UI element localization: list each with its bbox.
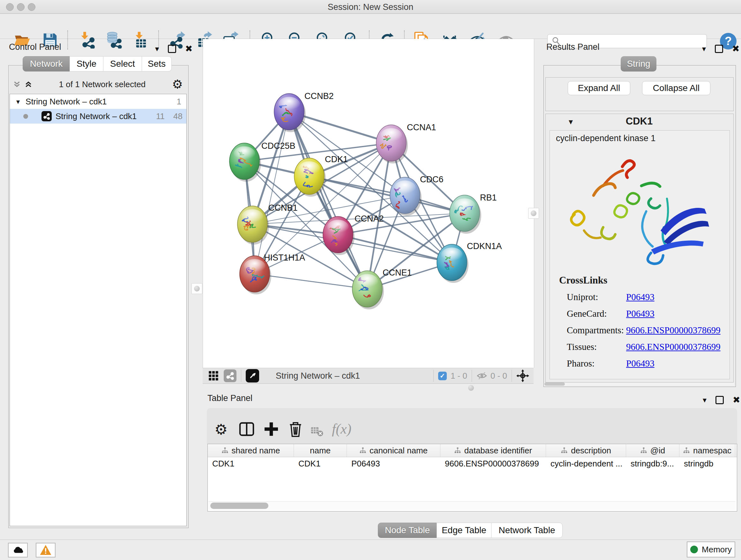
tab-network-table[interactable]: Network Table <box>491 523 562 538</box>
hierarchy-icon <box>221 447 228 454</box>
footer-network-name: String Network – cdk1 <box>276 371 360 381</box>
table-cell[interactable]: cyclin-dependent ... <box>546 457 626 470</box>
network-status-dot <box>23 114 28 119</box>
column-header-namespac[interactable]: namespac <box>679 444 735 457</box>
crosshair-icon[interactable] <box>516 369 529 382</box>
crosslink-row: Pharos:P06493 <box>567 355 726 372</box>
memory-status-dot <box>690 546 698 553</box>
hierarchy-icon <box>683 447 690 454</box>
warning-status-button[interactable] <box>36 543 56 557</box>
cloud-status-button[interactable] <box>8 543 28 557</box>
bottom-splitter-handle[interactable] <box>468 385 474 391</box>
tab-string[interactable]: String <box>621 56 657 71</box>
crosslink-link[interactable]: 9606.ENSP00000378699 <box>626 325 721 335</box>
selected-checkbox-icon[interactable]: ✓ <box>438 372 447 380</box>
table-cell[interactable]: CDK1 <box>208 457 294 470</box>
table-hscrollbar[interactable] <box>208 501 736 510</box>
table-row[interactable]: CDK1CDK1P064939606.ENSP00000378699cyclin… <box>208 457 737 470</box>
network-node-CCNA1[interactable] <box>376 125 408 164</box>
close-panel-icon[interactable]: ✖ <box>733 395 740 405</box>
network-badge-icon[interactable] <box>224 369 237 382</box>
network-type-icon <box>42 111 52 121</box>
import-table-icon[interactable] <box>132 31 150 49</box>
collapse-panel-icon[interactable]: ▾ <box>702 44 706 53</box>
crosslink-label: Tissues: <box>567 341 626 352</box>
network-node-CCNE1[interactable] <box>352 271 384 309</box>
column-header-name[interactable]: name <box>294 444 347 457</box>
crosslink-link[interactable]: P06493 <box>626 292 655 302</box>
grid-view-icon[interactable] <box>208 370 219 381</box>
column-header-database-identifier[interactable]: database identifier <box>441 444 546 457</box>
tab-select[interactable]: Select <box>103 56 142 71</box>
network-collection-row[interactable]: ▾ String Network – cdk1 1 <box>10 94 186 109</box>
tab-node-table[interactable]: Node Table <box>378 523 437 538</box>
cloud-icon <box>11 544 24 557</box>
expand-all-button[interactable]: Expand All <box>568 81 630 95</box>
collapse-all-networks-icon[interactable] <box>13 80 21 88</box>
show-columns-icon[interactable] <box>238 420 256 438</box>
node-label-CDC25B: CDC25B <box>261 141 295 151</box>
network-node-CDK1[interactable] <box>294 158 326 197</box>
node-count: 11 <box>156 111 165 121</box>
import-network-database-icon[interactable] <box>105 31 122 49</box>
crosslink-link[interactable]: 9606.ENSP00000378699 <box>626 341 721 352</box>
table-cell[interactable]: stringdb:9... <box>626 457 679 470</box>
tab-network[interactable]: Network <box>23 56 70 71</box>
left-splitter-handle[interactable] <box>192 283 202 294</box>
close-panel-icon[interactable]: ✖ <box>732 44 739 54</box>
table-hscrollbar-thumb[interactable] <box>210 503 268 509</box>
tab-edge-table[interactable]: Edge Table <box>436 523 491 538</box>
table-tabs: Node Table Edge Table Network Table <box>378 523 562 538</box>
hierarchy-icon <box>640 447 647 454</box>
collection-count: 1 <box>177 97 181 107</box>
collapse-panel-icon[interactable]: ▾ <box>703 395 706 405</box>
crosslink-row: Tissues:9606.ENSP00000378699 <box>567 338 726 355</box>
title-bar: Session: New Session <box>0 0 741 14</box>
hidden-eye-icon[interactable] <box>476 370 487 381</box>
network-node-RB1[interactable] <box>450 195 481 234</box>
network-options-gear-icon[interactable]: ⚙ <box>172 78 183 90</box>
expand-all-networks-icon[interactable] <box>24 80 32 88</box>
network-node-CCNB1[interactable] <box>238 206 269 245</box>
network-graph[interactable]: CCNB2CCNA1CDC25BCDK1CDC6RB1CCNB1CCNA2CDK… <box>203 39 534 368</box>
crosslink-row: Compartments:9606.ENSP00000378699 <box>567 322 726 338</box>
delete-column-icon[interactable] <box>286 420 305 438</box>
table-cell[interactable]: stringdb <box>679 457 735 470</box>
results-hscrollbar[interactable] <box>544 382 734 386</box>
network-node-CCNB2[interactable] <box>274 94 306 132</box>
table-cell[interactable]: CDK1 <box>294 457 347 470</box>
column-header--id[interactable]: @id <box>626 444 679 457</box>
crosslink-link[interactable]: P06493 <box>626 358 655 369</box>
memory-button[interactable]: Memory <box>687 542 735 557</box>
import-network-file-icon[interactable] <box>78 31 96 49</box>
network-edge[interactable] <box>255 274 367 289</box>
column-header-shared-name[interactable]: shared name <box>208 444 294 457</box>
collapse-panel-icon[interactable]: ▾ <box>155 44 159 53</box>
tree-expand-icon[interactable]: ▾ <box>16 98 20 106</box>
close-panel-icon[interactable]: ✖ <box>185 44 192 54</box>
right-splitter-handle[interactable] <box>528 208 539 219</box>
network-canvas[interactable]: CCNB2CCNA1CDC25BCDK1CDC6RB1CCNB1CCNA2CDK… <box>203 39 534 368</box>
table-options-gear-icon[interactable]: ⚙ <box>214 422 227 437</box>
float-panel-icon[interactable] <box>715 45 723 53</box>
add-column-icon[interactable] <box>262 420 280 438</box>
toolbar-separator <box>67 30 68 50</box>
tab-sets[interactable]: Sets <box>142 56 172 71</box>
collapse-all-button[interactable]: Collapse All <box>642 81 711 95</box>
warning-icon <box>39 544 52 557</box>
network-node-CCNA2[interactable] <box>323 216 354 255</box>
table-cell[interactable]: P06493 <box>347 457 441 470</box>
network-selection-status: 1 of 1 Network selected <box>32 79 172 89</box>
column-header-description[interactable]: description <box>546 444 626 457</box>
function-builder-icon: f(x) <box>332 421 351 437</box>
table-cell[interactable]: 9606.ENSP00000378699 <box>441 457 546 470</box>
float-panel-icon[interactable] <box>168 45 176 53</box>
float-panel-icon[interactable] <box>716 396 724 404</box>
navigator-icon[interactable] <box>246 369 259 382</box>
network-node-CDKN1A[interactable] <box>437 244 468 283</box>
column-header-canonical-name[interactable]: canonical name <box>347 444 441 457</box>
crosslink-link[interactable]: P06493 <box>626 308 655 319</box>
tab-style[interactable]: Style <box>70 56 104 71</box>
selected-count: 1 - 0 <box>451 371 467 381</box>
network-row[interactable]: String Network – cdk1 11 48 <box>10 109 186 124</box>
